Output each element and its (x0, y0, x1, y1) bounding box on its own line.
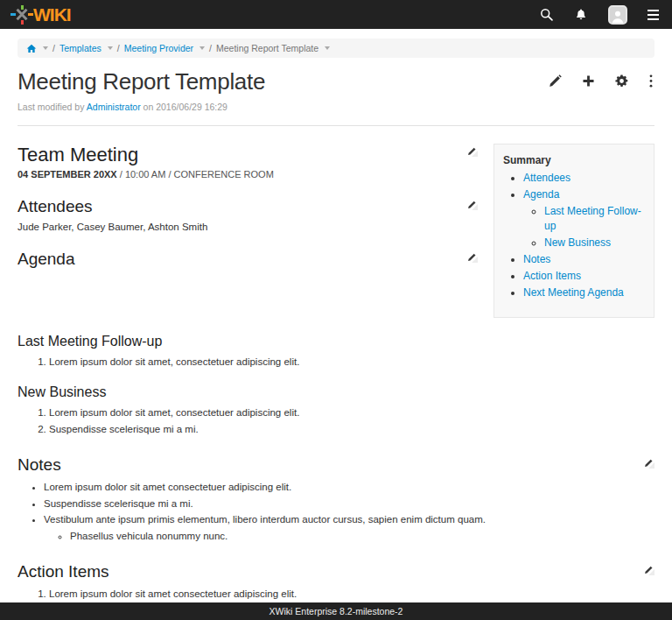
version-footer: XWiki Enterprise 8.2-milestone-2 (0, 602, 672, 620)
notifications-bell-icon[interactable] (572, 6, 590, 24)
summary-link-action-items[interactable]: Action Items (523, 270, 581, 282)
list-item: Phasellus vehicula nonummy nunc. (70, 530, 654, 544)
list-item: Action Items (523, 269, 647, 283)
heading-new-business: New Business (18, 384, 654, 400)
summary-panel: Summary Attendees Agenda Last Meeting Fo… (494, 144, 654, 318)
page-title: Meeting Report Template (18, 68, 265, 95)
list-item: Agenda Last Meeting Follow-up New Busine… (523, 187, 647, 250)
list-item: Suspendisse scelerisque mi a mi. (49, 423, 654, 437)
edit-section-pencil-icon[interactable] (643, 455, 654, 469)
edit-section-pencil-icon[interactable] (466, 144, 478, 157)
summary-link-attendees[interactable]: Attendees (523, 172, 570, 184)
list-item: Attendees (523, 171, 647, 185)
xwiki-logo-text: WIKI (33, 4, 71, 25)
last-modified-line: Last modified by Administrator on 2016/0… (18, 102, 654, 112)
heading-attendees: Attendees (18, 197, 93, 216)
list-item: Suspendisse scelerisque mi a mi. (44, 497, 654, 511)
more-actions-kebab-icon[interactable] (648, 74, 654, 88)
top-navbar: WIKI (0, 0, 672, 29)
heading-notes: Notes (18, 455, 61, 475)
breadcrumb-link-templates[interactable]: Templates (60, 43, 102, 53)
xwiki-logo-mark-icon (11, 4, 32, 26)
breadcrumb: / Templates / Meeting Provider / Meeting… (18, 39, 654, 58)
settings-gear-icon[interactable] (614, 74, 629, 88)
edit-section-pencil-icon[interactable] (643, 562, 654, 575)
edit-pencil-icon[interactable] (548, 74, 563, 88)
list-item: Vestibulum ante ipsum primis elementum, … (44, 513, 654, 543)
summary-link-new-business[interactable]: New Business (544, 236, 611, 249)
heading-agenda: Agenda (18, 250, 75, 269)
list-item: Last Meeting Follow-up (544, 204, 647, 232)
edit-section-pencil-icon[interactable] (466, 197, 478, 210)
list-item: New Business (544, 236, 647, 250)
meeting-meta: 04 SEPTEMBER 20XX / 10:00 AM / CONFERENC… (18, 169, 478, 180)
doc-title: Team Meeting (18, 144, 138, 166)
summary-title: Summary (503, 154, 647, 166)
list-item: Lorem ipsum dolor sit amet consectetuer … (44, 481, 654, 495)
search-icon[interactable] (537, 5, 556, 24)
list-item: Lorem ipsum dolor sit amet consectetuer … (49, 588, 654, 602)
user-avatar[interactable] (606, 4, 629, 26)
edit-section-pencil-icon[interactable] (466, 250, 478, 263)
summary-link-next-meeting-agenda[interactable]: Next Meeting Agenda (523, 286, 624, 299)
header-divider (18, 125, 654, 126)
page-actions (548, 68, 654, 88)
home-dropdown-caret[interactable] (43, 46, 48, 50)
heading-last-meeting-follow-up: Last Meeting Follow-up (18, 334, 654, 349)
current-dropdown-caret[interactable] (325, 46, 330, 50)
list-item: Next Meeting Agenda (523, 285, 647, 299)
drawer-menu-icon[interactable] (646, 8, 661, 22)
breadcrumb-current: Meeting Report Template (216, 43, 318, 53)
xwiki-logo[interactable]: WIKI (11, 4, 71, 26)
list-item: Notes (523, 252, 647, 266)
list-item: Lorem ipsum dolor sit amet, consectetuer… (49, 406, 654, 420)
attendees-names: Jude Parker, Casey Baumer, Ashton Smith (18, 222, 478, 232)
modified-by-user-link[interactable]: Administrator (87, 102, 141, 112)
user-avatar-icon (608, 5, 627, 25)
summary-link-notes[interactable]: Notes (523, 253, 550, 265)
breadcrumb-link-meeting-provider[interactable]: Meeting Provider (124, 43, 193, 53)
summary-link-last-meeting-follow-up[interactable]: Last Meeting Follow-up (544, 205, 641, 231)
list-item: Lorem ipsum dolor sit amet, consectetuer… (49, 356, 654, 370)
heading-action-items: Action Items (18, 562, 109, 581)
meeting-provider-dropdown-caret[interactable] (200, 46, 205, 50)
templates-dropdown-caret[interactable] (108, 46, 113, 50)
home-icon[interactable] (26, 44, 37, 53)
summary-link-agenda[interactable]: Agenda (523, 188, 559, 201)
create-plus-icon[interactable] (581, 74, 596, 88)
